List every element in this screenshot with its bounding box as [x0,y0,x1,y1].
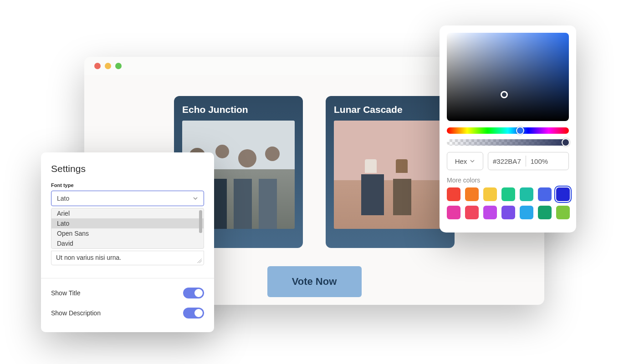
hue-slider-thumb[interactable] [516,126,524,135]
color-picker: Hex #322BA7 100% More colors [440,25,576,233]
font-select[interactable]: Lato [51,191,204,206]
font-dropdown: Ariel Lato Open Sans David [51,208,204,249]
show-description-row: Show Description [51,303,204,323]
window-close-button[interactable] [94,63,101,69]
cards-row: Echo Junction Lunar Cascade [174,96,455,248]
font-select-value: Lato [57,195,69,202]
color-swatch[interactable] [501,206,515,219]
poll-card[interactable]: Lunar Cascade [326,96,455,248]
color-swatch[interactable] [483,206,497,219]
more-colors-label: More colors [447,177,569,184]
show-title-row: Show Title [51,283,204,303]
font-option[interactable]: Lato [51,218,204,228]
show-description-toggle[interactable] [183,308,204,318]
color-swatch[interactable] [501,187,515,201]
color-format-label: Hex [455,157,467,165]
show-description-label: Show Description [51,309,101,317]
hex-value: #322BA7 [493,157,521,165]
color-swatch[interactable] [556,187,570,201]
show-title-toggle[interactable] [183,288,204,298]
swatches-grid [447,187,569,219]
alpha-value: 100% [531,157,548,165]
color-swatch[interactable] [447,187,460,201]
color-swatch[interactable] [520,187,533,201]
color-swatch[interactable] [538,187,552,201]
description-textarea[interactable]: Ut non varius nisi urna. [51,251,204,265]
card-title: Lunar Cascade [334,104,446,115]
card-title: Echo Junction [182,104,295,115]
font-option[interactable]: Ariel [51,208,204,218]
font-option[interactable]: David [51,238,204,248]
color-swatch[interactable] [483,187,497,201]
font-type-label: Font type [51,182,204,188]
card-image [334,121,446,229]
textarea-value: Ut non varius nisi urna. [56,254,121,261]
hue-slider[interactable] [447,127,569,134]
divider [41,278,214,278]
divider [526,156,526,167]
settings-panel: Settings Font type Lato Ariel Lato Open … [41,152,214,332]
show-title-label: Show Title [51,289,81,297]
window-maximize-button[interactable] [115,63,122,69]
chevron-down-icon [470,158,475,164]
color-swatch[interactable] [538,206,552,219]
color-swatch[interactable] [556,206,570,219]
color-swatch[interactable] [465,187,479,201]
settings-title: Settings [51,163,204,174]
vote-button-label: Vote Now [292,276,337,288]
alpha-slider[interactable] [447,139,569,146]
vote-button[interactable]: Vote Now [267,266,362,297]
color-value-input[interactable]: #322BA7 100% [488,152,569,170]
color-swatch[interactable] [520,206,533,219]
color-swatch[interactable] [447,206,460,219]
window-minimize-button[interactable] [105,63,111,69]
font-option[interactable]: Open Sans [51,228,204,238]
chevron-down-icon [193,196,198,201]
color-format-select[interactable]: Hex [447,152,483,170]
color-inputs-row: Hex #322BA7 100% [447,152,569,170]
color-canvas[interactable] [447,33,569,121]
alpha-slider-thumb[interactable] [562,138,570,147]
color-canvas-cursor-icon [501,91,508,98]
color-swatch[interactable] [465,206,479,219]
